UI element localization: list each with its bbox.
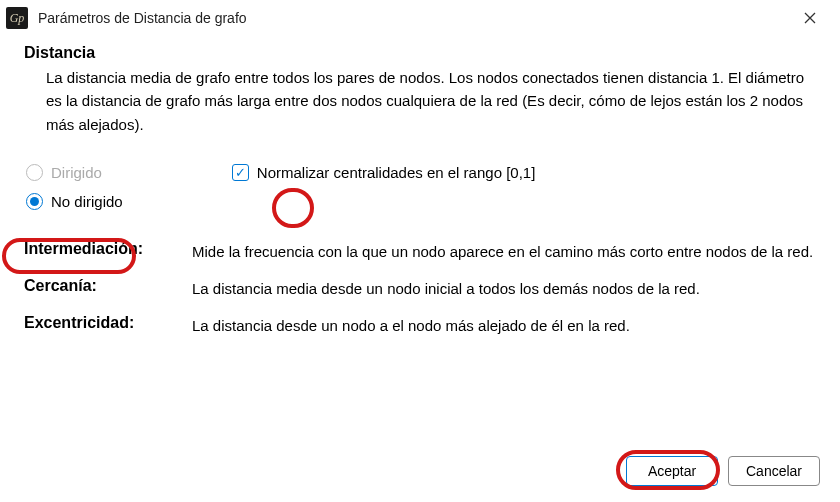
app-icon: Gp [6,7,28,29]
cancel-button[interactable]: Cancelar [728,456,820,486]
radio-undirected-label: No dirigido [51,193,123,210]
radio-directed-label: Dirigido [51,164,102,181]
radio-undirected[interactable]: No dirigido [26,193,816,210]
def-desc: La distancia desde un nodo a el nodo más… [192,314,816,337]
section-heading: Distancia [24,44,816,62]
check-mark-icon: ✓ [235,166,246,179]
dialog-window: Gp Parámetros de Distancia de grafo Dist… [0,0,840,502]
close-icon [804,12,816,24]
def-desc: Mide la frecuencia con la que un nodo ap… [192,240,816,263]
window-title: Parámetros de Distancia de grafo [38,10,790,26]
radio-icon [26,193,43,210]
checkbox-icon: ✓ [232,164,249,181]
dialog-content: Distancia La distancia media de grafo en… [0,36,840,338]
radio-directed[interactable]: Dirigido [26,164,102,181]
def-desc: La distancia media desde un nodo inicial… [192,277,816,300]
checkbox-normalize-label: Normalizar centralidades en el rango [0,… [257,164,535,181]
radio-icon [26,164,43,181]
section-description: La distancia media de grafo entre todos … [24,66,816,136]
close-button[interactable] [790,4,830,32]
dialog-buttons: Aceptar Cancelar [626,456,820,486]
titlebar: Gp Parámetros de Distancia de grafo [0,0,840,36]
def-term: Excentricidad: [24,314,182,337]
def-term: Intermediación: [24,240,182,263]
checkbox-normalize[interactable]: ✓ Normalizar centralidades en el rango [… [232,164,535,181]
definitions-list: Intermediación: Mide la frecuencia con l… [24,240,816,338]
accept-button[interactable]: Aceptar [626,456,718,486]
def-term: Cercanía: [24,277,182,300]
